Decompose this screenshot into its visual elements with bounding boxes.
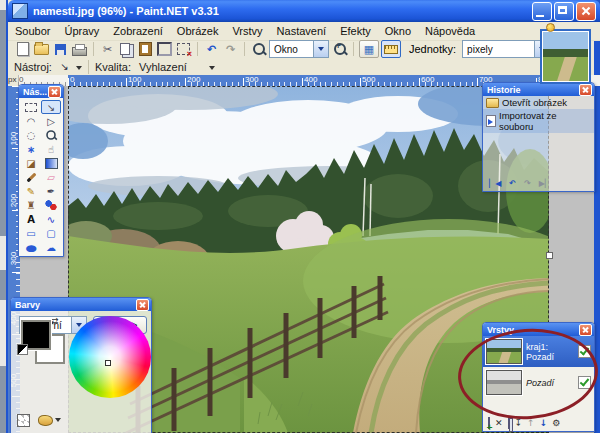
history-item-open[interactable]: Otevřít obrázek <box>483 96 594 109</box>
menu-zobrazeni[interactable]: Zobrazení <box>106 23 170 39</box>
history-undo-button[interactable]: ↶ <box>509 179 516 188</box>
color-wheel[interactable] <box>69 316 151 398</box>
add-layer-button[interactable] <box>488 418 490 428</box>
magic-wand-tool[interactable]: ∗ <box>21 142 41 156</box>
delete-layer-button[interactable]: ✕ <box>495 418 503 428</box>
duplicate-layer-button[interactable] <box>508 418 510 428</box>
history-window-titlebar[interactable]: Historie <box>483 83 594 96</box>
move-pixels-tool[interactable]: ↘ <box>41 100 61 114</box>
ruler-icon <box>384 45 398 54</box>
pan-tool[interactable]: ☝ <box>41 142 61 156</box>
cut-button[interactable]: ✂ <box>99 41 116 57</box>
freeform-shape-tool[interactable]: ☁ <box>41 240 61 254</box>
crop-button[interactable] <box>156 41 173 57</box>
save-button[interactable] <box>52 41 69 57</box>
eraser-tool[interactable]: ▱ <box>41 170 61 184</box>
move-cursor-icon: ↘ <box>47 102 55 113</box>
colors-window: Barvy Primární Více >> ⇄ <box>10 297 152 433</box>
rectangle-tool[interactable]: ▭ <box>21 226 41 240</box>
toolbar-separator <box>93 42 94 56</box>
history-redo-button[interactable]: ↷ <box>524 179 531 188</box>
colors-bottom-toolbar <box>17 414 61 427</box>
copy-button[interactable] <box>118 41 135 57</box>
layer-properties-button[interactable]: ⚙ <box>552 418 560 428</box>
units-label: Jednotky: <box>409 43 456 55</box>
history-item-import[interactable]: Importovat ze souboru <box>483 109 594 133</box>
paintbrush-icon <box>26 172 36 182</box>
menu-obrazek[interactable]: Obrázek <box>170 23 226 39</box>
move-layer-down-button[interactable]: ↓ <box>540 418 548 428</box>
colors-window-titlebar[interactable]: Barvy <box>11 298 151 311</box>
units-combobox[interactable]: pixely <box>462 40 550 58</box>
tools-close-icon[interactable] <box>48 86 61 98</box>
colors-close-icon[interactable] <box>136 299 149 311</box>
line-curve-tool[interactable]: ∿ <box>41 212 61 226</box>
menu-okno[interactable]: Okno <box>378 23 418 39</box>
lasso-select-tool[interactable]: ◠ <box>21 114 41 128</box>
pencil-tool[interactable]: ✎ <box>21 184 41 198</box>
ellipse-tool[interactable]: ● <box>21 240 41 254</box>
zoom-tool[interactable] <box>41 128 61 142</box>
rulers-toggle-button[interactable] <box>381 40 401 58</box>
move-selection-tool[interactable]: ▷ <box>41 114 61 128</box>
grid-toggle-button[interactable]: ▦ <box>359 40 379 58</box>
print-icon <box>72 47 87 56</box>
zoom-in-button[interactable] <box>331 41 348 57</box>
combobox-caret-icon[interactable] <box>313 41 328 57</box>
selection-handle[interactable] <box>546 252 553 259</box>
paste-button[interactable] <box>137 41 154 57</box>
recolor-tool[interactable] <box>41 198 61 212</box>
transparency-swatch-icon[interactable] <box>17 414 30 427</box>
toolbar-separator <box>88 60 89 74</box>
paintbrush-tool[interactable] <box>21 170 41 184</box>
document-thumbnail-tab[interactable] <box>540 29 591 84</box>
text-tool[interactable]: A <box>21 212 41 226</box>
tools-window: Nás... ↘ ◠ ▷ ◌ ∗ ☝ ◪ ▱ ✎ ✒ ♜ A ∿ ▭ ▢ ● ☁ <box>18 84 64 257</box>
zoom-icon <box>46 130 56 140</box>
menu-upravy[interactable]: Úpravy <box>57 23 106 39</box>
zoom-tool-button[interactable] <box>250 41 267 57</box>
copy-icon <box>120 43 130 55</box>
maximize-button[interactable] <box>554 2 574 21</box>
undo-button[interactable]: ↶ <box>203 41 220 57</box>
tools-window-titlebar[interactable]: Nás... <box>19 85 63 98</box>
zoom-level-combobox[interactable]: Okno <box>269 40 329 58</box>
menu-soubor[interactable]: Soubor <box>8 23 57 39</box>
menu-efekty[interactable]: Efekty <box>333 23 378 39</box>
ellipse-select-tool[interactable]: ◌ <box>21 128 41 142</box>
color-picker-tool[interactable]: ✒ <box>41 184 61 198</box>
history-rewind-button[interactable]: ▏◀ <box>489 179 501 188</box>
clone-stamp-tool[interactable]: ♜ <box>21 198 41 212</box>
menu-nastaveni[interactable]: Nastavení <box>270 23 334 39</box>
tool-options-bar: Nástroj: ↘ Kvalita: Vyhlazení <box>8 58 600 75</box>
history-end-button[interactable]: ▶▏ <box>539 179 551 188</box>
palette-menu-button[interactable] <box>38 415 61 426</box>
rectangle-select-tool[interactable] <box>21 100 41 114</box>
new-document-button[interactable] <box>14 41 31 57</box>
ellipse-select-icon: ◌ <box>27 130 36 141</box>
menu-napoveda[interactable]: Nápověda <box>418 23 482 39</box>
tool-dropdown-caret-icon[interactable] <box>76 66 82 73</box>
close-button[interactable] <box>576 2 596 21</box>
redo-button[interactable]: ↷ <box>222 41 239 57</box>
layers-close-icon[interactable] <box>579 324 592 336</box>
quality-caret-icon[interactable] <box>209 66 215 73</box>
swap-colors-icon[interactable]: ⇄ <box>51 316 59 326</box>
current-tool-button[interactable]: ↘ <box>56 59 73 75</box>
menu-vrstvy[interactable]: Vrstvy <box>225 23 269 39</box>
paint-bucket-tool[interactable]: ◪ <box>21 156 41 170</box>
ruler-image-extent: 0 100 200 300 400 500 600 700 800 <box>68 75 549 86</box>
history-close-icon[interactable] <box>579 84 592 96</box>
default-colors-icon[interactable] <box>17 344 28 355</box>
title-bar[interactable]: namesti.jpg (96%) - Paint.NET v3.31 <box>8 0 600 22</box>
clone-stamp-icon: ♜ <box>27 200 36 211</box>
cut-scissors-icon: ✂ <box>103 43 112 56</box>
open-button[interactable] <box>33 41 50 57</box>
toolbar-separator <box>353 42 354 56</box>
minimize-button[interactable] <box>532 2 552 21</box>
rounded-rectangle-tool[interactable]: ▢ <box>41 226 61 240</box>
print-button[interactable] <box>71 41 88 57</box>
gradient-tool[interactable] <box>41 156 61 170</box>
quality-value[interactable]: Vyhlazení <box>139 61 187 73</box>
deselect-button[interactable] <box>175 41 192 57</box>
